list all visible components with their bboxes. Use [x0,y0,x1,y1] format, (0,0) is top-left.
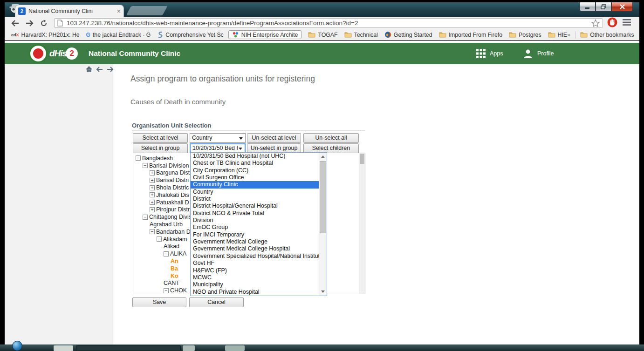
group-option[interactable]: 10/20/31/50 Bed Hospital (not UHC) [191,153,319,160]
group-option[interactable]: Govt HF [191,260,319,267]
taskbar-item[interactable] [76,345,181,351]
tree-node-label[interactable]: ALIKA [170,250,186,257]
group-option[interactable]: City Corporation (CC) [191,167,319,174]
group-option[interactable]: Division [191,217,319,224]
stop-hand-extension-button[interactable] [607,17,618,30]
group-option[interactable]: H&FWC (FP) [191,267,319,274]
new-tab-button[interactable] [126,6,168,15]
select-in-group-button[interactable]: Select in group [133,143,188,153]
unselect-at-level-button[interactable]: Un-select at level [247,133,301,143]
group-option[interactable]: EmOC Group [191,224,319,231]
dropdown-scrollbar-thumb[interactable] [320,161,326,233]
back-button[interactable] [11,20,19,27]
tree-node-label[interactable]: Bhola Distric [156,184,189,191]
apps-button[interactable]: Apps [476,49,503,58]
tab-close-icon[interactable]: × [117,8,121,14]
bookmark-item[interactable]: HIE [548,32,568,38]
tree-node-label[interactable]: Alikadam [163,236,187,243]
bookmark-item[interactable]: Comprehensive Yet Sc [157,31,223,38]
taskbar-item[interactable] [183,345,195,351]
group-option[interactable]: Government Medical College [191,238,319,245]
close-button[interactable] [611,2,633,12]
select-children-button[interactable]: Select children [303,143,359,153]
tree-node-label[interactable]: Barisal Division [149,162,189,169]
tree-node-label[interactable]: Bandarban D [156,229,191,235]
group-option[interactable]: Chest or TB Clinic and Hospital [191,160,319,167]
group-option[interactable]: NGO and Private Hospital [191,289,319,296]
collapse-icon[interactable]: − [164,251,169,256]
start-button[interactable] [12,341,22,351]
tree-node-label[interactable]: Alikad [164,243,179,250]
group-option[interactable]: District NGO & Private Total [191,210,319,217]
other-bookmarks-button[interactable]: Other bookmarks [580,32,634,38]
level-select[interactable]: Country [190,133,246,143]
collapse-icon[interactable]: − [150,229,155,234]
home-icon[interactable] [86,66,92,72]
group-select[interactable]: 10/20/31/50 Bed H [190,143,246,153]
restore-button[interactable] [596,2,611,12]
url-text[interactable]: 103.247.238.76/nationalcc/dhis-web-maint… [67,20,591,27]
group-option[interactable]: MCWC [191,274,319,281]
minimize-button[interactable] [580,2,596,12]
expand-icon[interactable]: + [150,200,155,205]
tree-node-label[interactable]: Barguna Dist [156,169,190,176]
tree-node-label[interactable]: Pirojpur Distr [156,206,190,213]
tree-node-label[interactable]: Jhalokati Dis [156,192,189,198]
bookmark-item[interactable]: Gthe jackal Endtrack - G [86,32,151,38]
collapse-icon[interactable]: − [136,155,141,161]
collapse-icon[interactable]: − [143,163,148,168]
tree-node-label[interactable]: Barisal Distri [156,177,189,183]
group-option[interactable]: District [191,196,319,202]
collapse-icon[interactable]: − [143,215,148,220]
tree-node-label[interactable]: Ba [171,265,178,272]
scroll-up-icon[interactable] [319,153,327,160]
tree-node-label[interactable]: CHOK [170,287,187,294]
group-option[interactable]: For IMCI Temporary [191,231,319,238]
unselect-all-button[interactable]: Un-select all [303,133,359,143]
save-button[interactable]: Save [132,297,186,307]
expand-icon[interactable]: + [150,192,155,197]
reload-button[interactable] [40,20,48,27]
expand-icon[interactable]: + [150,178,155,183]
tree-node-label[interactable]: An [171,258,178,264]
tree-scrollbar[interactable] [359,153,365,294]
collapse-icon[interactable]: − [164,288,169,293]
bookmark-item[interactable]: Getting Started [384,31,432,38]
collapse-icon[interactable]: − [157,236,162,242]
tree-node-label[interactable]: Chittagong Divis [149,214,192,220]
dropdown-scrollbar[interactable] [319,153,327,296]
select-at-level-button[interactable]: Select at level [133,133,188,143]
browser-tab[interactable]: 2 National Community Clini × [15,5,124,17]
tree-scrollbar-thumb[interactable] [360,154,364,164]
group-option[interactable]: Country [191,189,319,196]
cancel-button[interactable]: Cancel [189,297,244,307]
tree-node-label[interactable]: Patuakhali D [156,199,189,206]
tree-node-label[interactable]: CANT [164,280,179,286]
group-option[interactable]: Municipality [191,281,319,288]
nav-forward-icon[interactable] [107,67,114,72]
tree-node-label[interactable]: Agrabad Urb [150,221,183,228]
group-option[interactable]: District Hospital/General Hospital [191,202,319,209]
bookmark-star-icon[interactable] [591,19,600,27]
group-option[interactable]: Civil Surgeon Office [191,174,319,181]
tree-node-label[interactable]: Ko [171,273,178,279]
group-option[interactable]: Government Specialized Hospital/National… [191,253,319,260]
profile-button[interactable]: Profile [523,48,554,59]
nav-back-icon[interactable] [96,67,103,72]
menu-button[interactable] [623,19,631,27]
url-bar[interactable]: 103.247.238.76/nationalcc/dhis-web-maint… [54,18,603,28]
expand-icon[interactable]: + [150,170,155,176]
scroll-down-icon[interactable] [319,288,327,295]
tree-node-label[interactable]: Bangladesh [142,155,173,162]
bookmarks-overflow-icon[interactable]: » [567,31,570,38]
bookmark-item[interactable]: TOGAF [308,32,337,38]
bookmark-item[interactable]: Imported From Firefo [439,32,502,38]
expand-icon[interactable]: + [150,185,155,190]
unselect-in-group-button[interactable]: Un-select in group [247,143,301,153]
group-option[interactable]: Community Clinic [191,181,319,188]
bookmark-item[interactable]: Technical [344,32,378,38]
group-option[interactable]: Government Medical College Hospital [191,245,319,252]
bookmark-item[interactable]: Postgres [509,32,541,38]
bookmark-item[interactable]: edXHarvardX: PH201x: He [11,32,80,38]
bookmark-item[interactable]: NIH Enterprise Archite [228,30,302,39]
